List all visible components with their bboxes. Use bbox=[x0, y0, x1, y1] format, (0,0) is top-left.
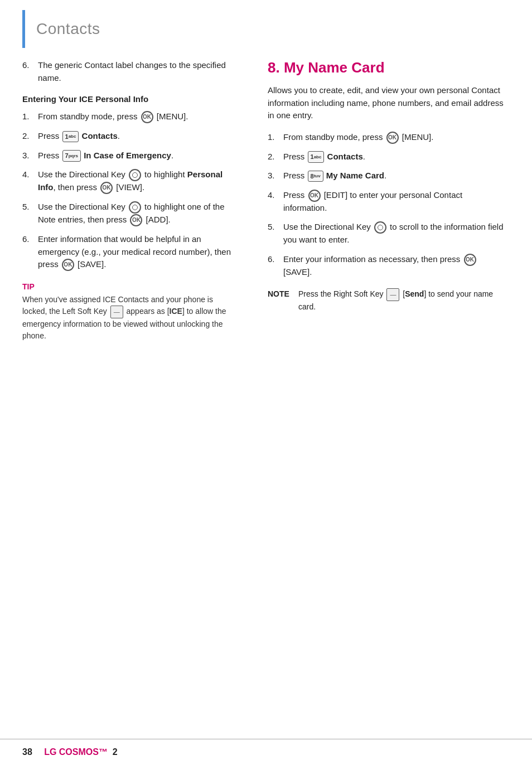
right-step-2: 2. Press 1 abc Contacts. bbox=[268, 151, 507, 163]
step-text: From standby mode, press OK [MENU]. bbox=[283, 131, 507, 144]
page-number: 38 bbox=[22, 747, 32, 757]
section-intro: Allows you to create, edit, and view you… bbox=[268, 84, 507, 122]
step-num: 2. bbox=[268, 151, 283, 163]
dir-key-icon bbox=[129, 201, 141, 214]
ok-icon: OK bbox=[464, 254, 476, 266]
note-section: NOTE Press the Right Soft Key — [Send] t… bbox=[268, 288, 507, 313]
left-step-6: 6. Enter information that would be helpf… bbox=[22, 233, 240, 271]
step-num: 1. bbox=[22, 110, 38, 123]
right-step-4: 4. Press OK [EDIT] to enter your persona… bbox=[268, 189, 507, 215]
step-num: 3. bbox=[268, 170, 283, 182]
right-step-5: 5. Use the Directional Key to scroll to … bbox=[268, 221, 507, 246]
page-title: Contacts bbox=[36, 20, 100, 37]
content-area: 6. The generic Contact label changes to … bbox=[0, 54, 532, 739]
step-num: 6. bbox=[268, 253, 283, 266]
item-text: The generic Contact label changes to the… bbox=[38, 59, 240, 84]
right-soft-key-icon: — bbox=[386, 288, 399, 301]
step-num: 3. bbox=[22, 149, 38, 162]
soft-key-icon: — bbox=[110, 306, 123, 318]
tip-section: TIP When you've assigned ICE Contacts an… bbox=[22, 282, 240, 342]
page-header: Contacts bbox=[22, 10, 532, 48]
ok-icon: OK bbox=[141, 111, 153, 123]
section-title: My Name Card bbox=[284, 59, 385, 76]
step-text: Enter your information as necessary, the… bbox=[283, 253, 507, 279]
step-num: 5. bbox=[268, 221, 283, 234]
step-text: Press OK [EDIT] to enter your personal C… bbox=[283, 189, 507, 215]
note-label: NOTE bbox=[268, 288, 298, 300]
right-step-3: 3. Press 8 tuv My Name Card. bbox=[268, 170, 507, 182]
key-8-badge: 8 tuv bbox=[308, 171, 323, 182]
step-text: Press 1 abc Contacts. bbox=[283, 151, 507, 163]
step-num: 4. bbox=[268, 189, 283, 202]
dir-key-icon bbox=[374, 221, 386, 234]
step-num: 2. bbox=[22, 130, 38, 143]
left-step-1: 1. From standby mode, press OK [MENU]. bbox=[22, 110, 240, 123]
ok-icon: OK bbox=[308, 190, 321, 202]
step-num: 5. bbox=[22, 201, 38, 214]
tip-text: When you've assigned ICE Contacts and yo… bbox=[22, 294, 240, 342]
step-num: 6. bbox=[22, 233, 38, 246]
left-step-5: 5. Use the Directional Key to highlight … bbox=[22, 201, 240, 226]
right-step-6: 6. Enter your information as necessary, … bbox=[268, 253, 507, 279]
left-column: 6. The generic Contact label changes to … bbox=[22, 54, 257, 739]
key-1-badge: 1 abc bbox=[308, 151, 325, 163]
step-text: Enter information that would be helpful … bbox=[38, 233, 240, 271]
brand-name: LG COSMOS™ bbox=[44, 747, 110, 757]
left-step-4: 4. Use the Directional Key to highlight … bbox=[22, 168, 240, 194]
left-step-2: 2. Press 1 abc Contacts. bbox=[22, 130, 240, 143]
step-text: Press 1 abc Contacts. bbox=[38, 130, 240, 143]
key-1-badge: 1 abc bbox=[62, 131, 79, 143]
footer-content: 38 LG COSMOS™ 2 bbox=[22, 747, 118, 757]
step-text: Use the Directional Key to highlight one… bbox=[38, 201, 240, 226]
step-text: Use the Directional Key to highlight Per… bbox=[38, 168, 240, 194]
key-7-badge: 7 pqrs bbox=[62, 150, 81, 162]
step-num: 1. bbox=[268, 131, 283, 144]
note-text: Press the Right Soft Key — [Send] to sen… bbox=[298, 288, 507, 313]
ok-icon: OK bbox=[100, 182, 113, 194]
right-step-1: 1. From standby mode, press OK [MENU]. bbox=[268, 131, 507, 144]
step-text: Use the Directional Key to scroll to the… bbox=[283, 221, 507, 246]
left-item-6-top: 6. The generic Contact label changes to … bbox=[22, 59, 240, 84]
page-footer: 38 LG COSMOS™ 2 bbox=[0, 739, 532, 765]
page: Contacts 6. The generic Contact label ch… bbox=[0, 0, 532, 765]
left-step-3: 3. Press 7 pqrs In Case of Emergency. bbox=[22, 149, 240, 162]
dir-key-icon bbox=[129, 169, 141, 181]
model-name: 2 bbox=[113, 747, 118, 757]
ok-icon: OK bbox=[386, 132, 399, 144]
section-num: 8. bbox=[268, 59, 280, 76]
right-column: 8. My Name Card Allows you to create, ed… bbox=[257, 54, 507, 739]
step-num: 4. bbox=[22, 168, 38, 181]
section-heading: 8. My Name Card bbox=[268, 59, 507, 76]
step-text: Press 8 tuv My Name Card. bbox=[283, 170, 507, 182]
step-text: From standby mode, press OK [MENU]. bbox=[38, 110, 240, 123]
ok-icon: OK bbox=[62, 259, 74, 271]
left-subheading: Entering Your ICE Personal Info bbox=[22, 94, 240, 104]
tip-label: TIP bbox=[22, 282, 240, 291]
item-num: 6. bbox=[22, 59, 38, 72]
ok-icon: OK bbox=[130, 214, 142, 226]
step-text: Press 7 pqrs In Case of Emergency. bbox=[38, 149, 240, 162]
